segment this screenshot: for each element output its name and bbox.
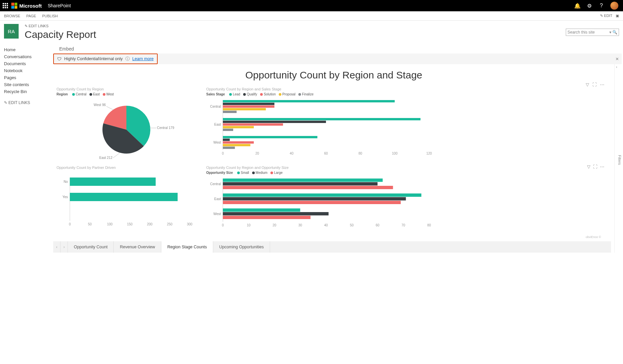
bar-stage-svg: CentralEastWest020406080100120 — [206, 98, 439, 158]
svg-text:Yes: Yes — [63, 195, 68, 199]
svg-text:30: 30 — [298, 223, 302, 227]
sensitivity-banner: 🛡 Highly Confidential\Internal only ⓘ Le… — [53, 54, 622, 64]
help-icon[interactable]: ? — [598, 3, 604, 9]
svg-text:No: No — [64, 180, 68, 183]
leftnav-item-pages[interactable]: Pages — [4, 74, 46, 81]
tab-region-stage-counts[interactable]: Region Stage Counts — [161, 241, 213, 253]
svg-rect-52 — [223, 201, 401, 204]
edit-links-nav[interactable]: EDIT LINKS — [4, 100, 46, 105]
svg-rect-34 — [70, 178, 156, 186]
shield-icon: 🛡 — [57, 57, 62, 61]
chevron-left-icon[interactable]: ‹ — [616, 65, 617, 69]
svg-text:80: 80 — [359, 152, 363, 155]
focus-mode-icon[interactable]: ▣ — [616, 14, 619, 18]
visual-focus-icon[interactable]: ⛶ — [593, 164, 597, 169]
tab-revenue-overview[interactable]: Revenue Overview — [114, 241, 161, 253]
notifications-icon[interactable]: 🔔 — [574, 3, 580, 9]
svg-text:0: 0 — [222, 152, 224, 155]
chart-title: Opportunity Count by Region — [57, 87, 196, 91]
search-dropdown-icon[interactable]: ▾ 🔍 — [609, 30, 617, 35]
svg-text:Central: Central — [210, 105, 221, 108]
pie-svg: West 96 Central 179 East 212 — [57, 98, 190, 161]
leftnav-item-home[interactable]: Home — [4, 46, 46, 53]
ribbon-tab-browse[interactable]: BROWSE — [4, 14, 20, 18]
leftnav-item-recycle-bin[interactable]: Recycle Bin — [4, 88, 46, 95]
svg-rect-24 — [223, 147, 235, 149]
svg-text:50: 50 — [88, 222, 92, 226]
site-search-input[interactable]: Search this site ▾ 🔍 — [566, 29, 619, 36]
page-header: RA EDIT LINKS Capacity Report Search thi… — [0, 21, 623, 45]
svg-text:60: 60 — [324, 152, 328, 155]
app-launcher-icon[interactable] — [3, 3, 8, 8]
svg-text:20: 20 — [272, 223, 276, 227]
chart-bar-region-stage[interactable]: Opportunity Count by Region and Sales St… — [206, 87, 604, 162]
tab-prev-icon[interactable]: ‹ — [53, 241, 61, 253]
svg-rect-51 — [223, 197, 406, 200]
ribbon-tab-page[interactable]: PAGE — [26, 14, 36, 18]
svg-line-0 — [106, 106, 113, 110]
ribbon-bar: BROWSE PAGE PUBLISH ✎ EDIT ▣ — [0, 11, 623, 21]
svg-rect-23 — [223, 144, 250, 146]
leftnav-item-notebook[interactable]: Notebook — [4, 67, 46, 74]
filters-label: Filters — [618, 155, 622, 165]
brand-name: Microsoft — [19, 3, 42, 9]
svg-rect-48 — [223, 186, 393, 189]
chart-legend: Sales Stage Lead Qualify Solution Propos… — [206, 92, 604, 96]
svg-text:100: 100 — [392, 152, 397, 155]
svg-text:150: 150 — [127, 222, 133, 226]
svg-rect-46 — [223, 179, 383, 182]
site-logo[interactable]: RA — [4, 24, 19, 39]
svg-text:100: 100 — [107, 222, 113, 226]
chart-pie-region[interactable]: Opportunity Count by Region Region Centr… — [57, 87, 196, 162]
visual-focus-icon[interactable]: ⛶ — [592, 82, 597, 87]
leftnav-item-documents[interactable]: Documents — [4, 60, 46, 67]
svg-text:200: 200 — [147, 222, 153, 226]
svg-text:20: 20 — [255, 152, 259, 155]
svg-text:120: 120 — [426, 152, 432, 155]
chart-title: Opportunity Count by Partner Driven — [57, 166, 196, 170]
svg-rect-50 — [223, 193, 421, 197]
tab-upcoming-opportunities[interactable]: Upcoming Opportunities — [213, 241, 270, 253]
svg-text:West: West — [213, 212, 221, 216]
tab-next-icon[interactable]: › — [61, 241, 68, 253]
settings-gear-icon[interactable]: ⚙ — [586, 3, 592, 9]
ribbon-tab-publish[interactable]: PUBLISH — [42, 14, 58, 18]
edit-page-button[interactable]: ✎ EDIT — [600, 14, 612, 18]
app-name[interactable]: SharePoint — [48, 3, 71, 8]
visual-more-icon[interactable]: ⋯ — [600, 82, 604, 87]
chart-title: Opportunity Count by Region and Opportun… — [206, 166, 604, 170]
svg-text:60: 60 — [376, 223, 380, 227]
leftnav-item-site-contents[interactable]: Site contents — [4, 81, 46, 88]
user-avatar[interactable] — [610, 2, 618, 10]
visual-more-icon[interactable]: ⋯ — [600, 164, 604, 169]
filters-pane-collapsed[interactable]: ‹ Filters — [614, 64, 622, 253]
svg-rect-12 — [223, 111, 236, 113]
svg-rect-56 — [223, 216, 311, 219]
svg-text:80: 80 — [427, 223, 431, 227]
svg-rect-14 — [223, 118, 420, 120]
visual-filter-icon[interactable]: ▽ — [586, 82, 589, 87]
leftnav-item-conversations[interactable]: Conversations — [4, 53, 46, 60]
microsoft-logo-icon — [11, 3, 17, 9]
chart-bar-region-size[interactable]: ▽ ⛶ ⋯ Opportunity Count by Region and Op… — [206, 166, 604, 234]
info-icon[interactable]: ⓘ — [125, 56, 130, 62]
edit-links-top[interactable]: EDIT LINKS — [25, 24, 96, 28]
svg-rect-10 — [223, 105, 274, 108]
tab-opportunity-count[interactable]: Opportunity Count — [68, 241, 114, 253]
svg-text:West: West — [213, 141, 221, 144]
svg-text:East: East — [214, 197, 221, 201]
chart-bar-partner[interactable]: Opportunity Count by Partner Driven NoYe… — [57, 166, 196, 234]
svg-rect-54 — [223, 208, 300, 212]
svg-rect-21 — [223, 139, 230, 141]
visual-filter-icon[interactable]: ▽ — [587, 164, 590, 169]
svg-rect-55 — [223, 212, 329, 215]
svg-text:40: 40 — [290, 152, 294, 155]
svg-rect-18 — [223, 129, 233, 131]
svg-text:40: 40 — [324, 223, 328, 227]
bar-size-svg: CentralEastWest01020304050607080 — [206, 177, 439, 233]
learn-more-link[interactable]: Learn more — [132, 57, 154, 61]
banner-close-icon[interactable]: ✕ — [615, 57, 619, 61]
svg-text:70: 70 — [401, 223, 405, 227]
svg-text:East: East — [214, 123, 221, 126]
svg-text:Central 179: Central 179 — [157, 126, 174, 130]
